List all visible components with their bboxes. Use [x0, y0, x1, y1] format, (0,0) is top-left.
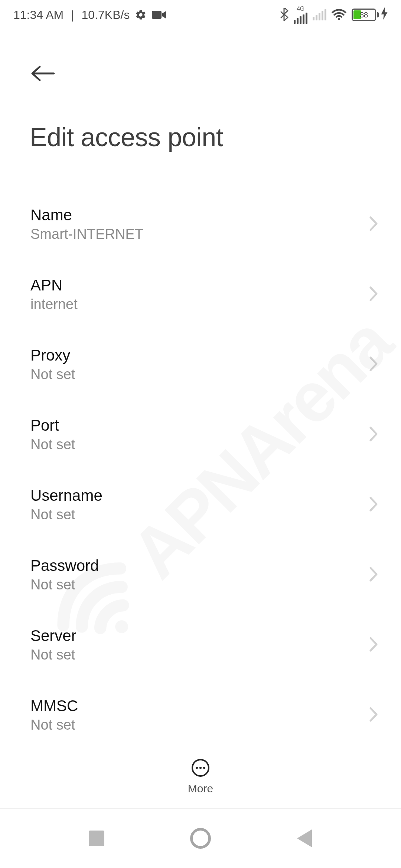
chevron-right-icon	[369, 426, 379, 443]
setting-value-password: Not set	[30, 577, 99, 593]
setting-label-password: Password	[30, 557, 99, 575]
setting-label-name: Name	[30, 206, 143, 224]
battery-percent: 38	[353, 10, 375, 20]
chevron-right-icon	[369, 496, 379, 513]
arrow-left-icon	[31, 65, 55, 83]
chevron-right-icon	[369, 356, 379, 373]
setting-row-name[interactable]: NameSmart-INTERNET	[0, 189, 401, 259]
status-net-speed: 10.7KB/s	[82, 8, 130, 22]
setting-value-server: Not set	[30, 647, 76, 663]
gear-icon	[135, 9, 147, 21]
status-separator: |	[71, 8, 74, 22]
chevron-right-icon	[369, 286, 379, 303]
setting-row-username[interactable]: UsernameNot set	[0, 470, 401, 540]
settings-list: NameSmart-INTERNETAPNinternetProxyNot se…	[0, 189, 401, 753]
nav-home-button[interactable]	[188, 825, 213, 851]
setting-label-proxy: Proxy	[30, 346, 75, 364]
setting-value-apn: internet	[30, 296, 78, 312]
setting-row-mmsc[interactable]: MMSCNot set	[0, 680, 401, 750]
setting-row-password[interactable]: PasswordNot set	[0, 540, 401, 610]
setting-value-proxy: Not set	[30, 366, 75, 382]
setting-row-proxy[interactable]: ProxyNot set	[0, 329, 401, 400]
more-label: More	[188, 782, 213, 795]
status-bar: 11:34 AM | 10.7KB/s 4G	[0, 0, 401, 30]
setting-value-name: Smart-INTERNET	[30, 226, 143, 242]
signal-sim2	[313, 9, 326, 20]
setting-label-server: Server	[30, 627, 76, 645]
setting-value-username: Not set	[30, 507, 102, 523]
setting-label-mmsc: MMSC	[30, 697, 78, 715]
setting-value-mmsc: Not set	[30, 717, 78, 733]
setting-label-username: Username	[30, 487, 102, 504]
signal-sim1: 4G	[294, 6, 307, 24]
battery-indicator: 38	[352, 7, 388, 23]
setting-row-server[interactable]: ServerNot set	[0, 610, 401, 680]
square-icon	[89, 831, 104, 846]
svg-point-4	[196, 767, 198, 769]
svg-point-5	[199, 767, 202, 769]
android-navbar	[0, 809, 401, 868]
network-type-label: 4G	[297, 6, 304, 12]
chevron-right-icon	[369, 566, 379, 583]
nav-recent-button[interactable]	[84, 825, 110, 851]
status-time: 11:34 AM	[13, 8, 63, 22]
setting-value-port: Not set	[30, 437, 75, 453]
circle-icon	[190, 828, 211, 849]
svg-point-2	[338, 18, 340, 20]
bluetooth-icon	[280, 8, 288, 22]
setting-row-port[interactable]: PortNot set	[0, 400, 401, 470]
nav-back-button[interactable]	[291, 825, 317, 851]
setting-label-port: Port	[30, 417, 75, 434]
setting-label-apn: APN	[30, 276, 78, 294]
bottom-actions: More	[0, 746, 401, 809]
page-title: Edit access point	[30, 122, 223, 152]
more-button[interactable]: More	[177, 755, 224, 799]
more-icon	[191, 759, 210, 779]
svg-rect-1	[152, 11, 162, 19]
wifi-icon	[332, 9, 346, 21]
charging-icon	[381, 7, 388, 23]
chevron-right-icon	[369, 707, 379, 724]
triangle-left-icon	[297, 829, 312, 847]
setting-row-apn[interactable]: APNinternet	[0, 259, 401, 329]
video-icon	[152, 10, 166, 20]
chevron-right-icon	[369, 216, 379, 233]
back-button[interactable]	[28, 59, 58, 89]
svg-point-6	[203, 767, 205, 769]
chevron-right-icon	[369, 637, 379, 654]
